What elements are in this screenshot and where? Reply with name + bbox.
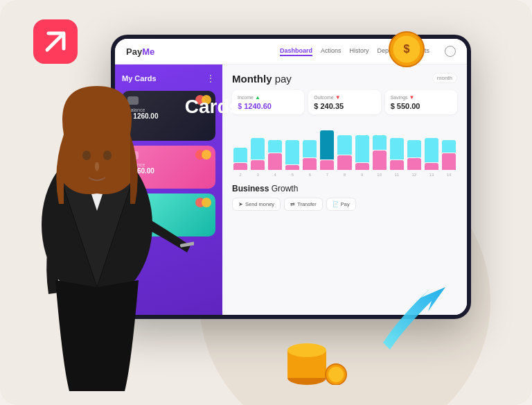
outcome-arrow-icon: ▼ <box>335 94 341 101</box>
mastercard-logo-2 <box>195 150 211 160</box>
income-value: $ 1240.60 <box>238 102 299 110</box>
bar-pink-11 <box>425 163 438 171</box>
bar-group-1 <box>251 138 265 171</box>
svg-point-12 <box>103 150 112 160</box>
send-money-button[interactable]: ➤ Send money <box>232 198 281 211</box>
bar-group-4 <box>303 140 317 170</box>
send-money-label: Send money <box>245 201 274 207</box>
bar-pink-5 <box>320 160 334 170</box>
bar-cyan-4 <box>303 140 317 157</box>
chart-label-11: 13 <box>425 173 438 177</box>
bar-pink-1 <box>251 160 265 170</box>
stat-savings: Savings ▼ $ 550.00 <box>385 90 457 114</box>
savings-label: Savings ▼ <box>391 94 452 101</box>
bar-group-12 <box>442 140 456 170</box>
chart-label-3: 5 <box>285 173 299 177</box>
pay-label: Pay <box>341 201 350 207</box>
business-bold: Business <box>232 184 269 193</box>
chart-label-6: 8 <box>337 173 351 177</box>
nav-history[interactable]: History <box>349 47 369 56</box>
bar-cyan-7 <box>355 135 369 162</box>
bar-pink-4 <box>303 158 317 171</box>
chart-label-8: 10 <box>373 173 387 177</box>
income-label: Income ▲ <box>238 94 299 101</box>
person-figure <box>0 44 194 391</box>
bar-pink-3 <box>285 165 299 170</box>
bar-pink-8 <box>373 150 387 170</box>
mastercard-logo <box>195 95 211 105</box>
business-title: Business Growth <box>232 184 457 193</box>
chart-label-0: 2 <box>233 173 247 177</box>
cards-menu-icon[interactable]: ⋮ <box>206 73 215 84</box>
chart-label-5: 7 <box>320 173 334 177</box>
send-icon: ➤ <box>238 201 243 207</box>
chart-label-7: 9 <box>355 173 369 177</box>
nav-dashboard[interactable]: Dashboard <box>280 47 312 56</box>
bar-group-11 <box>425 138 438 171</box>
stat-outcome: Outcome ▼ $ 240.35 <box>308 90 380 114</box>
savings-value: $ 550.00 <box>391 102 452 110</box>
bar-chart <box>232 121 457 170</box>
stats-row: Income ▲ $ 1240.60 Outcome ▼ $ 240.35 Sa… <box>232 90 457 114</box>
bar-cyan-2 <box>268 140 282 153</box>
bar-pink-9 <box>390 160 404 170</box>
bar-pink-0 <box>233 163 247 171</box>
chart-label-4: 6 <box>303 173 317 177</box>
bar-group-10 <box>407 140 421 170</box>
mc-circle-yellow-2 <box>202 150 211 160</box>
chart-labels: 234567891011121314 <box>232 173 457 177</box>
search-icon[interactable] <box>445 46 456 57</box>
action-buttons: ➤ Send money ⇄ Transfer 📄 Pay <box>232 198 457 211</box>
bar-group-2 <box>268 140 282 170</box>
mastercard-logo-3 <box>195 198 211 207</box>
stat-income: Income ▲ $ 1240.60 <box>232 90 304 114</box>
svg-text:$: $ <box>404 43 410 55</box>
nav-actions[interactable]: Actions <box>321 47 342 56</box>
chart-label-1: 3 <box>251 173 265 177</box>
bar-cyan-1 <box>251 138 265 160</box>
bar-group-9 <box>390 138 404 171</box>
monthly-pay-title: Monthly pay month <box>232 73 457 85</box>
savings-arrow-icon: ▼ <box>409 94 415 101</box>
bar-cyan-12 <box>442 140 456 153</box>
bar-group-6 <box>337 135 351 170</box>
business-suffix: Growth <box>272 184 299 193</box>
income-arrow-icon: ▲ <box>255 94 260 101</box>
bar-pink-7 <box>355 163 369 171</box>
svg-point-11 <box>82 150 91 160</box>
bar-pink-2 <box>268 153 282 171</box>
mc-circle-yellow-3 <box>202 198 211 207</box>
chart-label-12: 14 <box>442 173 456 177</box>
month-badge: month <box>432 73 457 83</box>
bar-cyan-8 <box>373 135 387 150</box>
mc-circle-yellow <box>202 95 211 105</box>
bar-group-7 <box>355 135 369 170</box>
monthly-pay-section: Monthly pay month Income ▲ $ 1240.60 Out… <box>232 73 457 177</box>
bar-cyan-11 <box>425 138 438 162</box>
bar-group-8 <box>373 135 387 170</box>
pay-button[interactable]: 📄 Pay <box>326 198 356 211</box>
coin-stack-decoration <box>286 329 348 388</box>
transfer-icon: ⇄ <box>290 201 295 207</box>
outcome-value: $ 240.35 <box>314 102 375 110</box>
transfer-button[interactable]: ⇄ Transfer <box>284 198 323 211</box>
pay-icon: 📄 <box>332 201 339 207</box>
transfer-label: Transfer <box>297 201 317 207</box>
chart-label-9: 11 <box>390 173 404 177</box>
bar-group-0 <box>233 148 247 171</box>
business-section: Business Growth ➤ Send money ⇄ Transfer <box>232 184 457 211</box>
chart-label-2: 4 <box>268 173 282 177</box>
monthly-bold: Monthly <box>232 73 272 85</box>
bar-group-5 <box>320 130 334 170</box>
bar-cyan-3 <box>285 140 299 164</box>
bar-cyan-5 <box>320 130 334 160</box>
svg-point-6 <box>287 343 326 357</box>
bar-cyan-6 <box>337 135 351 155</box>
coin-decoration: $ <box>389 31 425 67</box>
outcome-label: Outcome ▼ <box>314 94 375 101</box>
bar-cyan-9 <box>390 138 404 160</box>
growth-arrow-icon <box>376 273 466 356</box>
chart-label-10: 12 <box>407 173 421 177</box>
bar-pink-12 <box>442 153 456 171</box>
svg-point-8 <box>328 367 344 382</box>
